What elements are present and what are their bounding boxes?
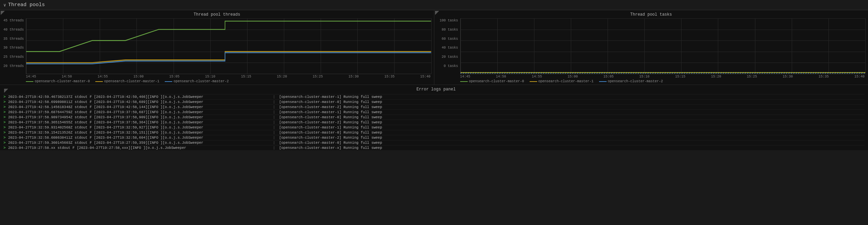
log-expand-icon: > xyxy=(3,141,8,145)
log-left-text: 2023-04-27T19:32:59.931402568Z stdout F … xyxy=(8,125,203,129)
log-separator: | xyxy=(269,105,279,109)
log-right-text: [opensearch-cluster-master-0] Running fu… xyxy=(279,131,382,135)
log-right-text: [opensearch-cluster-master-0] Running fu… xyxy=(279,100,382,104)
log-left-text: 2023-04-27T19:37:59.687644759Z stdout F … xyxy=(8,110,203,114)
log-row[interactable]: > 2023-04-27T19:32:59.154213526Z stdout … xyxy=(3,130,865,135)
log-separator: | xyxy=(269,125,279,129)
log-right-text: [opensearch-cluster-master-1] Running fu… xyxy=(279,110,382,114)
log-expand-icon: > xyxy=(3,110,8,114)
log-separator: | xyxy=(269,115,279,119)
log-right-text: [opensearch-cluster-master-x] Running fu… xyxy=(279,146,382,150)
log-list: > 2023-04-27T19:42:59.467382137Z stdout … xyxy=(3,94,865,150)
tasks-x-axis: 14:45 14:50 14:55 15:00 15:05 15:10 15:1… xyxy=(437,75,866,79)
tasks-legend: opensearch-cluster-master-0 opensearch-c… xyxy=(437,80,866,83)
log-separator: | xyxy=(269,100,279,104)
log-right-text: [opensearch-cluster-master-1] Running fu… xyxy=(279,125,382,129)
tasks-legend-master2: opensearch-cluster-master-2 xyxy=(599,80,663,83)
threads-chart-plot xyxy=(26,18,431,74)
log-right-text: [opensearch-cluster-master-2] Running fu… xyxy=(279,105,382,109)
log-row[interactable]: > 2023-04-27T19:37:58.365154655Z stdout … xyxy=(3,120,865,125)
log-expand-icon: > xyxy=(3,105,8,109)
log-expand-icon: > xyxy=(3,100,8,104)
log-expand-icon: > xyxy=(3,131,8,135)
log-left-text: 2023-04-27T19:37:58.989734954Z stdout F … xyxy=(8,115,203,119)
log-row[interactable]: > 2023-04-27T19:42:58.145618348Z stdout … xyxy=(3,104,865,109)
tasks-chart-area: 100 tasks 80 tasks 60 tasks 40 tasks 20 … xyxy=(437,18,866,74)
log-left-text: 2023-04-27T19:27:58.xx stdout F [2023-04… xyxy=(8,146,186,150)
tasks-chart-title: Thread pool tasks xyxy=(437,12,866,17)
thread-pool-tasks-panel: Thread pool tasks 100 tasks 80 tasks 60 … xyxy=(434,10,868,85)
tasks-legend-line-master1 xyxy=(530,81,537,82)
thread-pools-section-header[interactable]: ∨ Thread pools xyxy=(0,0,868,10)
log-row[interactable]: > 2023-04-27T19:32:58.608638411Z stdout … xyxy=(3,135,865,140)
tasks-legend-line-master2 xyxy=(599,81,607,82)
log-expand-icon: > xyxy=(3,95,8,99)
log-right-text: [opensearch-cluster-master-2] Running fu… xyxy=(279,120,382,124)
log-expand-icon: > xyxy=(3,115,8,119)
threads-chart-svg xyxy=(26,18,431,74)
log-expand-icon: > xyxy=(3,136,8,140)
threads-legend-line-master2 xyxy=(165,81,172,82)
threads-chart-title: Thread pool threads xyxy=(3,12,431,17)
threads-legend-line-master0 xyxy=(26,81,33,82)
charts-row: Thread pool threads 45 threads 40 thread… xyxy=(0,10,868,85)
tasks-legend-master1: opensearch-cluster-master-1 xyxy=(530,80,594,83)
log-left-text: 2023-04-27T19:32:59.154213526Z stdout F … xyxy=(8,131,203,135)
threads-legend-line-master1 xyxy=(95,81,103,82)
log-separator: | xyxy=(269,110,279,114)
tasks-chart-plot xyxy=(460,18,866,74)
tasks-chart-svg xyxy=(461,18,866,74)
threads-legend-master0: opensearch-cluster-master-0 xyxy=(26,80,90,83)
log-right-text: [opensearch-cluster-master-0] Running fu… xyxy=(279,141,382,145)
log-row[interactable]: > 2023-04-27T19:32:59.931402568Z stdout … xyxy=(3,125,865,130)
log-row[interactable]: > 2023-04-27T19:37:59.687644759Z stdout … xyxy=(3,109,865,115)
log-right-text: [opensearch-cluster-master-0] Running fu… xyxy=(279,115,382,119)
log-right-text: [opensearch-cluster-master-1] Running fu… xyxy=(279,95,382,99)
log-separator: | xyxy=(269,146,279,150)
error-logs-panel: Error logs panel > 2023-04-27T19:42:59.4… xyxy=(0,85,868,150)
log-row[interactable]: > 2023-04-27T19:27:58.xx stdout F [2023-… xyxy=(3,145,865,150)
log-left-text: 2023-04-27T19:27:59.360145603Z stdout F … xyxy=(8,141,203,145)
tasks-legend-line-master0 xyxy=(460,81,468,82)
log-separator: | xyxy=(269,136,279,140)
log-separator: | xyxy=(269,120,279,124)
log-separator: | xyxy=(269,131,279,135)
threads-legend: opensearch-cluster-master-0 opensearch-c… xyxy=(3,80,431,83)
log-left-text: 2023-04-27T19:42:58.145618348Z stdout F … xyxy=(8,105,203,109)
section-title: Thread pools xyxy=(8,2,45,8)
error-panel-title: Error logs panel xyxy=(7,87,865,92)
log-row[interactable]: > 2023-04-27T19:27:59.360145603Z stdout … xyxy=(3,140,865,145)
log-left-text: 2023-04-27T19:37:58.365154655Z stdout F … xyxy=(8,120,203,124)
thread-pool-threads-panel: Thread pool threads 45 threads 40 thread… xyxy=(0,10,434,85)
tasks-y-axis: 100 tasks 80 tasks 60 tasks 40 tasks 20 … xyxy=(437,18,460,74)
log-left-text: 2023-04-27T19:42:58.699898811Z stdout F … xyxy=(8,100,203,104)
log-expand-icon: > xyxy=(3,120,8,124)
threads-y-axis: 45 threads 40 threads 35 threads 30 thre… xyxy=(3,18,26,74)
log-expand-icon: > xyxy=(3,146,8,150)
threads-chart-area: 45 threads 40 threads 35 threads 30 thre… xyxy=(3,18,431,74)
log-separator: | xyxy=(269,141,279,145)
log-separator: | xyxy=(269,95,279,99)
log-row[interactable]: > 2023-04-27T19:37:58.989734954Z stdout … xyxy=(3,115,865,120)
thread-pools-chevron: ∨ xyxy=(3,2,6,8)
log-row[interactable]: > 2023-04-27T19:42:58.699898811Z stdout … xyxy=(3,99,865,104)
threads-x-axis: 14:45 14:50 14:55 15:00 15:05 15:10 15:1… xyxy=(3,75,431,79)
log-expand-icon: > xyxy=(3,125,8,129)
log-left-text: 2023-04-27T19:32:58.608638411Z stdout F … xyxy=(8,136,203,140)
log-left-text: 2023-04-27T19:42:59.467382137Z stdout F … xyxy=(8,95,203,99)
log-row[interactable]: > 2023-04-27T19:42:59.467382137Z stdout … xyxy=(3,94,865,99)
threads-legend-master2: opensearch-cluster-master-2 xyxy=(165,80,229,83)
tasks-legend-master0: opensearch-cluster-master-0 xyxy=(460,80,524,83)
log-right-text: [opensearch-cluster-master-2] Running fu… xyxy=(279,136,382,140)
threads-legend-master1: opensearch-cluster-master-1 xyxy=(95,80,159,83)
